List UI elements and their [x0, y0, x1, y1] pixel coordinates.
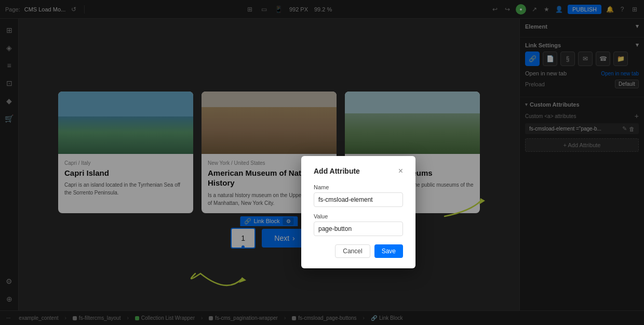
modal-name-input[interactable] [314, 192, 403, 207]
modal-header: Add Attribute × [314, 166, 403, 176]
modal-close-button[interactable]: × [398, 166, 403, 176]
modal-name-field: Name [314, 184, 403, 207]
modal-overlay: Add Attribute × Name Value Cancel Save [0, 0, 644, 325]
modal-value-input[interactable] [314, 222, 403, 236]
modal-save-button[interactable]: Save [374, 244, 403, 258]
modal-footer: Cancel Save [314, 244, 403, 258]
modal-value-field: Value [314, 213, 403, 236]
modal-name-label: Name [314, 184, 403, 190]
modal-cancel-button[interactable]: Cancel [335, 244, 370, 258]
add-attribute-modal: Add Attribute × Name Value Cancel Save [301, 156, 415, 268]
modal-title: Add Attribute [314, 167, 360, 175]
modal-value-label: Value [314, 213, 403, 219]
